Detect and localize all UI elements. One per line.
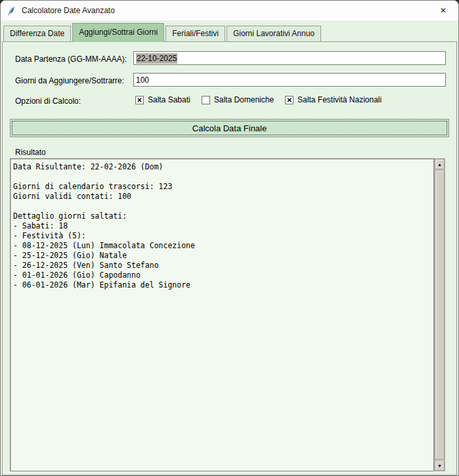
scroll-up-button[interactable]: ▲: [435, 159, 445, 169]
checkbox-label: Salta Sabati: [148, 95, 190, 104]
days-input-value: 100: [136, 76, 149, 85]
date-input-value: 22-10-2025: [136, 53, 177, 64]
days-label: Giorni da Aggiungere/Sottrarre:: [15, 76, 124, 85]
close-button[interactable]: ✕: [428, 1, 458, 20]
tab-bar: Differenza Date Aggiungi/Sottrai Giorni …: [3, 23, 321, 41]
app-window: Calcolatore Date Avanzato ✕ Differenza D…: [0, 0, 459, 476]
checkbox-salta-sabati[interactable]: ✕ Salta Sabati: [135, 95, 190, 104]
app-icon: [7, 6, 16, 16]
result-area: Data Risultante: 22-02-2026 (Dom) Giorni…: [10, 158, 445, 471]
days-input[interactable]: 100: [133, 73, 446, 87]
checkbox-salta-festivita-nazionali[interactable]: ✕ Salta Festività Nazionali: [285, 95, 382, 104]
options-row: ✕ Salta Sabati Salta Domeniche ✕ Salta F…: [135, 93, 382, 106]
checkbox-label: Salta Festività Nazionali: [297, 95, 382, 104]
title-bar[interactable]: Calcolatore Date Avanzato ✕: [1, 1, 458, 20]
window-title: Calcolatore Date Avanzato: [22, 6, 115, 15]
date-input[interactable]: 22-10-2025: [133, 51, 446, 65]
tab-differenza-date[interactable]: Differenza Date: [3, 26, 71, 41]
calculate-button[interactable]: Calcola Data Finale: [10, 119, 449, 137]
result-label: Risultato: [15, 148, 46, 157]
scroll-thumb[interactable]: [435, 170, 445, 460]
tab-aggiungi-sottrai-giorni[interactable]: Aggiungi/Sottrai Giorni: [72, 23, 164, 42]
checkbox-box[interactable]: ✕: [135, 96, 144, 104]
date-label: Data Partenza (GG-MM-AAAA):: [15, 54, 127, 64]
options-label: Opzioni di Calcolo:: [15, 97, 81, 106]
tab-feriali-festivi[interactable]: Feriali/Festivi: [165, 26, 225, 41]
scroll-down-icon: ▼: [437, 464, 442, 468]
checkbox-salta-domeniche[interactable]: Salta Domeniche: [202, 95, 274, 104]
checkbox-box[interactable]: ✕: [285, 96, 294, 104]
scroll-up-icon: ▲: [437, 162, 442, 167]
checkbox-box[interactable]: [202, 96, 210, 104]
close-icon: ✕: [440, 6, 447, 15]
screen: Calcolatore Date Avanzato ✕ Differenza D…: [0, 0, 459, 476]
checkbox-label: Salta Domeniche: [214, 95, 274, 104]
scroll-down-button[interactable]: ▼: [435, 460, 445, 471]
result-text[interactable]: Data Risultante: 22-02-2026 (Dom) Giorni…: [10, 158, 434, 471]
tab-giorni-lavorativi-annuo[interactable]: Giorni Lavorativi Annuo: [227, 26, 321, 41]
result-scrollbar[interactable]: ▲ ▼: [434, 158, 445, 471]
